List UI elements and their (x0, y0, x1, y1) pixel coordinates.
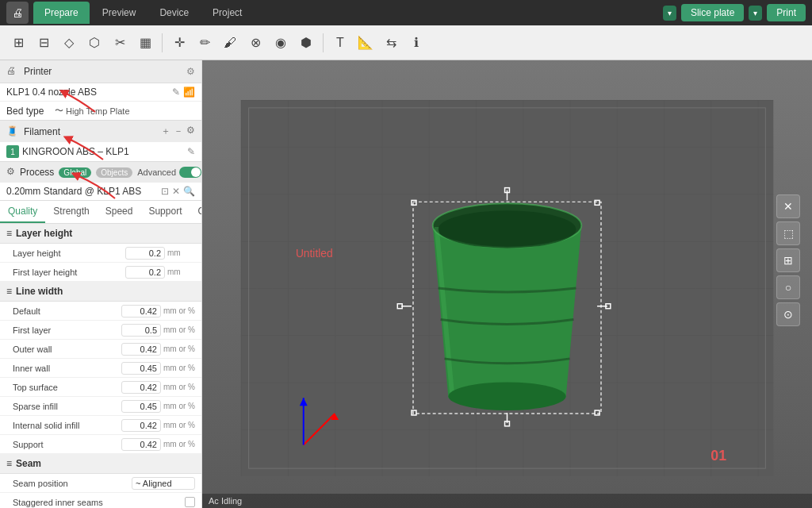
filament-header: 🧵 Filament ＋ － ⚙ (0, 121, 201, 142)
filament-remove-icon[interactable]: － (174, 125, 183, 138)
lw-support-label: Support (13, 440, 121, 449)
toolbar-add-icon[interactable]: ⊞ (6, 31, 30, 55)
top-bar: 🖨 Prepare Preview Device Project ▾ Slice… (0, 0, 812, 25)
first-layer-height-row: First layer height mm (0, 263, 201, 282)
lw-outer-wall-row: Outer wall mm or % (0, 340, 201, 359)
lw-top-surface-label: Top surface (13, 383, 121, 392)
toolbar-support-paint-icon[interactable]: ⊗ (243, 31, 267, 55)
process-advanced: Advanced (137, 167, 201, 178)
filament-add-icon[interactable]: ＋ (161, 125, 170, 138)
toolbar-move-icon[interactable]: ✛ (167, 31, 191, 55)
slice-dropdown[interactable]: ▾ (663, 6, 676, 21)
toolbar-split-icon[interactable]: ⬡ (82, 31, 106, 55)
toolbar-text-icon[interactable]: T (328, 31, 352, 55)
tab-preview[interactable]: Preview (91, 2, 147, 24)
filament-settings-icon[interactable]: ⚙ (186, 125, 195, 138)
toolbar-arr-icon[interactable]: ⇆ (379, 31, 403, 55)
toolbar-seam-icon[interactable]: ◉ (269, 31, 293, 55)
filament-edit-icon[interactable]: ✎ (187, 146, 195, 157)
toolbar-paint-icon[interactable]: 🖌 (218, 31, 242, 55)
print-button[interactable]: Print (767, 4, 806, 21)
toolbar-grid-icon[interactable]: ⊟ (32, 31, 56, 55)
tab-quality[interactable]: Quality (0, 201, 45, 223)
svg-text:01: 01 (710, 448, 726, 464)
toolbar-fill-icon[interactable]: ▦ (133, 31, 157, 55)
staggered-checkbox[interactable] (185, 497, 195, 507)
lw-sparse-infill-label: Sparse infill (13, 402, 121, 411)
seam-position-select[interactable]: ~ Aligned (132, 477, 195, 490)
seam-position-label: Seam position (13, 479, 132, 488)
slice-button[interactable]: Slice plate (681, 4, 744, 21)
tab-strength[interactable]: Strength (45, 201, 97, 223)
bed-type-value[interactable]: 〜 High Temp Plate (55, 105, 130, 117)
tag-objects[interactable]: Objects (96, 167, 132, 178)
tab-device-label: Device (159, 7, 189, 18)
printer-name: KLP1 0.4 nozzle ABS (6, 87, 172, 98)
layer-height-input[interactable] (125, 247, 165, 260)
tab-prepare[interactable]: Prepare (33, 2, 90, 24)
lw-first-layer-input[interactable] (121, 324, 161, 337)
lw-support-row: Support mm or % (0, 435, 201, 454)
settings-tabs: Quality Strength Speed Support Others (0, 201, 201, 224)
left-panel: 🖨 Printer ⚙ KLP1 0.4 nozzle ABS ✎ 📶 Bed … (0, 60, 202, 508)
viewport-icon-4[interactable]: ○ (776, 275, 800, 299)
lw-inner-wall-input[interactable] (121, 362, 161, 375)
toolbar-sep-1 (162, 33, 163, 52)
toolbar: ⊞ ⊟ ◇ ⬡ ✂ ▦ ✛ ✏ 🖌 ⊗ ◉ ⬢ T 📐 ⇆ ℹ (0, 25, 812, 60)
viewport-icon-3[interactable]: ⊞ (776, 248, 800, 272)
viewport-icon-1[interactable]: ✕ (776, 194, 800, 218)
lw-inner-wall-label: Inner wall (13, 364, 121, 373)
lw-first-layer-label: First layer (13, 325, 121, 335)
tab-speed[interactable]: Speed (98, 201, 141, 223)
toolbar-info-icon[interactable]: ℹ (404, 31, 428, 55)
tab-support[interactable]: Support (140, 201, 190, 223)
lw-internal-solid-input[interactable] (121, 419, 161, 432)
toolbar-fdm-icon[interactable]: ⬢ (294, 31, 318, 55)
toolbar-measure-icon[interactable]: 📐 (354, 31, 377, 55)
layer-height-value: mm (125, 247, 195, 260)
seam-position-row: Seam position ~ Aligned (0, 474, 201, 493)
advanced-label: Advanced (137, 167, 176, 177)
staggered-label: Staggered inner seams (13, 498, 185, 507)
lw-sparse-infill-row: Sparse infill mm or % (0, 397, 201, 416)
status-bar: Ac Idling (202, 494, 812, 508)
lw-outer-wall-unit: mm or % (163, 344, 195, 353)
lw-top-surface-input[interactable] (121, 381, 161, 394)
lw-internal-solid-label: Internal solid infill (13, 421, 121, 430)
lw-default-input[interactable] (121, 305, 161, 318)
layer-height-unit: mm (167, 248, 195, 257)
filament-actions: ＋ － ⚙ (161, 125, 195, 138)
profile-save-icon[interactable]: ⊡ (161, 186, 169, 197)
first-layer-height-input[interactable] (125, 266, 165, 279)
lw-inner-wall-row: Inner wall mm or % (0, 359, 201, 378)
printer-edit-icon[interactable]: ✎ (172, 87, 180, 98)
tab-device[interactable]: Device (148, 2, 200, 24)
viewport[interactable]: Untitled 01 ✕ ⬚ ⊞ ○ ⊙ Ac Idling (202, 60, 812, 508)
advanced-toggle[interactable] (179, 167, 201, 178)
layer-height-row: Layer height mm (0, 244, 201, 263)
process-section: ⚙ Process Global Objects Advanced ⧉ 🔍 0.… (0, 162, 201, 201)
main-area: 🖨 Printer ⚙ KLP1 0.4 nozzle ABS ✎ 📶 Bed … (0, 60, 812, 508)
tag-global[interactable]: Global (59, 167, 91, 178)
printer-wifi-icon[interactable]: 📶 (183, 87, 195, 98)
toolbar-shape-icon[interactable]: ◇ (57, 31, 81, 55)
print-dropdown[interactable]: ▾ (749, 6, 762, 21)
viewport-icon-2[interactable]: ⬚ (776, 221, 800, 245)
lw-default-unit: mm or % (163, 306, 195, 315)
filament-row: 1 KINGROON ABS – KLP1 ✎ (0, 142, 201, 161)
viewport-icon-5[interactable]: ⊙ (776, 302, 800, 326)
layer-height-group-icon: ≡ (6, 228, 12, 239)
lw-support-input[interactable] (121, 438, 161, 451)
lw-sparse-infill-input[interactable] (121, 400, 161, 413)
tab-project[interactable]: Project (201, 2, 253, 24)
printer-icon: 🖨 (6, 65, 19, 78)
lw-inner-wall-unit: mm or % (163, 364, 195, 372)
profile-close-icon[interactable]: ✕ (172, 186, 180, 197)
lw-outer-wall-input[interactable] (121, 343, 161, 356)
tab-others[interactable]: Others (190, 201, 202, 223)
bed-type-row: Bed type 〜 High Temp Plate (0, 102, 201, 121)
toolbar-cut-icon[interactable]: ✂ (108, 31, 132, 55)
profile-search-icon[interactable]: 🔍 (183, 186, 195, 197)
printer-settings-icon[interactable]: ⚙ (186, 66, 195, 77)
toolbar-pen-icon[interactable]: ✏ (193, 31, 216, 55)
